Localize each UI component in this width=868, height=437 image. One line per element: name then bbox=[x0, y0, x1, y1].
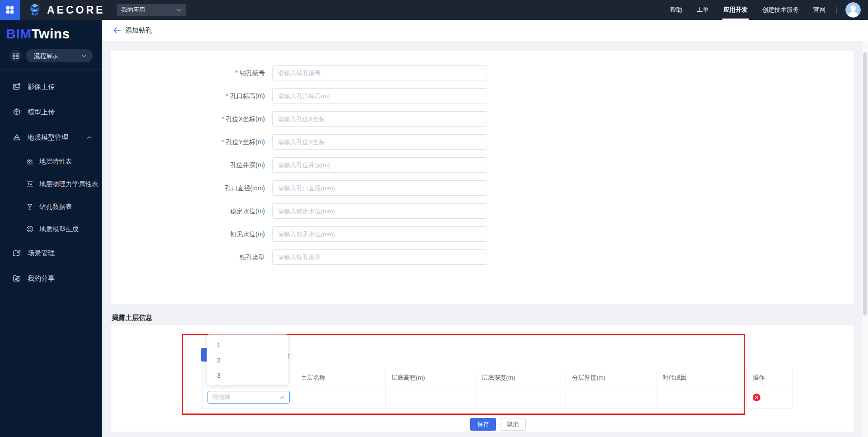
table-cell-bottom-elevation bbox=[386, 386, 476, 409]
sidebar-item-label: 影像上传 bbox=[28, 83, 55, 91]
topbar-divider bbox=[836, 7, 837, 14]
table-cell-era-origin bbox=[656, 386, 747, 409]
topnav-app-dev[interactable]: 应用开发 bbox=[723, 0, 748, 20]
required-mark: * bbox=[222, 115, 224, 122]
dropdown-option-3[interactable]: 3 bbox=[207, 368, 288, 383]
borehole-form-card: *钻孔编号 *孔口标高(m) *孔位X坐标(m) *孔位Y坐标(m) 孔位井深(… bbox=[111, 51, 854, 304]
field-label-initial-water-level: 初见水位(m) bbox=[111, 226, 272, 242]
sidebar: BIMTwins 流程展示 影像上传 bbox=[0, 20, 102, 437]
sidebar-item-image-upload[interactable]: 影像上传 bbox=[0, 74, 102, 99]
sidebar-item-label: 钻孔数据表 bbox=[39, 202, 72, 211]
form-row: 初见水位(m) bbox=[111, 226, 854, 242]
sidebar-item-label: 地层物理力学属性表 bbox=[39, 180, 99, 188]
form-row: 钻孔类型 bbox=[111, 249, 854, 265]
field-label-y-coordinate: *孔位Y坐标(m) bbox=[111, 134, 272, 150]
generate-icon bbox=[26, 225, 34, 233]
brand: AECORE bbox=[28, 3, 105, 17]
table-row: 请选择 bbox=[203, 386, 793, 409]
form-row: *钻孔编号 bbox=[111, 65, 854, 80]
borehole-icon bbox=[26, 202, 34, 211]
orifice-diameter-input[interactable] bbox=[272, 180, 487, 196]
logo-bim: BIM bbox=[6, 26, 32, 41]
topnav-workorder[interactable]: 工单 bbox=[697, 0, 709, 20]
y-coordinate-input[interactable] bbox=[272, 134, 487, 150]
scrollbar-thumb[interactable] bbox=[863, 52, 867, 315]
brand-name: AECORE bbox=[47, 4, 105, 16]
soil-layers-table: 土层名称 层底高程(m) 层底深度(m) 分层厚度(m) 时代成因 操作 请选择 bbox=[202, 369, 793, 409]
engineer-avatar-icon bbox=[845, 2, 861, 18]
module-switcher-row: 流程展示 bbox=[9, 49, 102, 62]
share-folder-icon bbox=[12, 274, 21, 283]
form-row: 孔口直径(mm) bbox=[111, 180, 854, 196]
back-button[interactable] bbox=[113, 27, 121, 33]
borehole-number-input[interactable] bbox=[272, 65, 487, 80]
apps-grid-button[interactable] bbox=[0, 0, 20, 20]
field-label-orifice-diameter: 孔口直径(mm) bbox=[111, 180, 272, 196]
table-header-bottom-depth: 层底深度(m) bbox=[476, 369, 566, 386]
form-row: *孔位X坐标(m) bbox=[111, 111, 854, 127]
sidebar-item-geology-model-generate[interactable]: 地质模型生成 bbox=[0, 218, 102, 240]
strata-physics-icon bbox=[26, 180, 34, 188]
sidebar-item-label: 地质模型生成 bbox=[39, 225, 79, 234]
bimtwins-logo: BIMTwins bbox=[0, 20, 102, 42]
form-row: *孔位Y坐标(m) bbox=[111, 134, 854, 150]
table-cell-layer-thickness bbox=[566, 386, 656, 409]
initial-water-level-input[interactable] bbox=[272, 226, 487, 242]
required-mark: * bbox=[226, 92, 228, 99]
sidebar-item-borehole-data-table[interactable]: 钻孔数据表 bbox=[0, 195, 102, 218]
well-depth-input[interactable] bbox=[272, 157, 487, 173]
module-select[interactable]: 流程展示 bbox=[26, 49, 93, 62]
field-label-borehole-number: *钻孔编号 bbox=[111, 65, 272, 80]
dropdown-option-1[interactable]: 1 bbox=[207, 337, 288, 352]
main-content: 添加钻孔 *钻孔编号 *孔口标高(m) *孔位X坐标(m) *孔位Y坐标(m) … bbox=[102, 20, 868, 437]
sidebar-menu: 影像上传 模型上传 地质模型管理 bbox=[0, 70, 102, 291]
topnav-official-site[interactable]: 官网 bbox=[813, 0, 826, 20]
save-button[interactable]: 保存 bbox=[470, 418, 496, 431]
scene-map-icon bbox=[12, 249, 21, 258]
back-arrow-icon bbox=[113, 27, 121, 33]
geology-submenu: 地层特性表 地层物理力学属性表 钻孔数据表 bbox=[0, 150, 102, 240]
sidebar-item-model-upload[interactable]: 模型上传 bbox=[0, 99, 102, 125]
table-header-era-origin: 时代成因 bbox=[656, 369, 747, 386]
layer-count-select[interactable]: 请选择 bbox=[208, 391, 290, 404]
orifice-elevation-input[interactable] bbox=[272, 88, 487, 103]
image-upload-icon bbox=[12, 82, 21, 91]
field-label-x-coordinate: *孔位X坐标(m) bbox=[111, 111, 272, 127]
table-header-soil-name: 土层名称 bbox=[295, 369, 386, 386]
dropdown-option-2[interactable]: 2 bbox=[207, 352, 288, 368]
table-cell-layer-count: 请选择 bbox=[203, 386, 295, 409]
sidebar-item-geology-model-management[interactable]: 地质模型管理 bbox=[0, 125, 102, 150]
layer-count-select-placeholder: 请选择 bbox=[212, 393, 230, 401]
field-label-stable-water-level: 稳定水位(m) bbox=[111, 203, 272, 219]
topnav-help[interactable]: 帮助 bbox=[670, 0, 682, 20]
form-row: *孔口标高(m) bbox=[111, 88, 854, 103]
popup-arrow bbox=[221, 385, 226, 387]
page-header: 添加钻孔 bbox=[102, 20, 868, 41]
workspace-select-value: 我的应用 bbox=[121, 6, 145, 14]
sidebar-item-scene-management[interactable]: 场景管理 bbox=[0, 240, 102, 266]
sidebar-item-label: 模型上传 bbox=[28, 108, 55, 117]
topnav-create-tech-service[interactable]: 创建技术服务 bbox=[762, 0, 799, 20]
module-grid-button[interactable] bbox=[9, 50, 22, 62]
grid-icon bbox=[13, 53, 19, 59]
borehole-type-input[interactable] bbox=[272, 249, 487, 265]
user-avatar[interactable] bbox=[845, 2, 861, 18]
sidebar-item-label: 地层特性表 bbox=[39, 157, 72, 166]
chevron-up-icon bbox=[87, 136, 92, 139]
scrollbar-track[interactable] bbox=[862, 41, 868, 437]
layer-count-dropdown: 1 2 3 bbox=[207, 334, 288, 385]
x-coordinate-input[interactable] bbox=[272, 111, 487, 127]
delete-row-icon[interactable] bbox=[753, 394, 760, 401]
form-row: 稳定水位(m) bbox=[111, 203, 854, 219]
cancel-button[interactable]: 取消 bbox=[500, 418, 526, 431]
workspace-select[interactable]: 我的应用 bbox=[117, 4, 186, 16]
required-mark: * bbox=[222, 138, 224, 146]
sidebar-item-strata-physics-table[interactable]: 地层物理力学属性表 bbox=[0, 173, 102, 195]
sidebar-item-label: 我的分享 bbox=[28, 274, 55, 283]
geology-model-icon bbox=[12, 133, 21, 142]
stable-water-level-input[interactable] bbox=[272, 203, 487, 219]
table-header-bottom-elevation: 层底高程(m) bbox=[386, 369, 476, 386]
sidebar-item-my-shares[interactable]: 我的分享 bbox=[0, 266, 102, 291]
sidebar-item-strata-properties-table[interactable]: 地层特性表 bbox=[0, 150, 102, 173]
apps-grid-icon bbox=[6, 6, 14, 14]
